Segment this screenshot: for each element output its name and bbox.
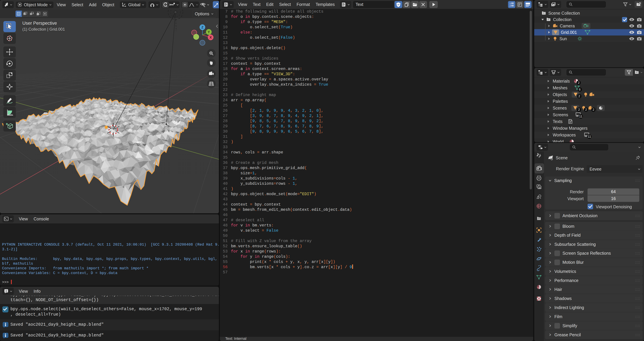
svg-text:Z: Z [202, 26, 204, 29]
svg-text:2: 2 [510, 5, 511, 7]
svg-text:Y: Y [208, 30, 210, 34]
svg-text:X: X [210, 36, 212, 39]
svg-text:1: 1 [510, 2, 511, 5]
svg-text:A: A [569, 119, 570, 121]
